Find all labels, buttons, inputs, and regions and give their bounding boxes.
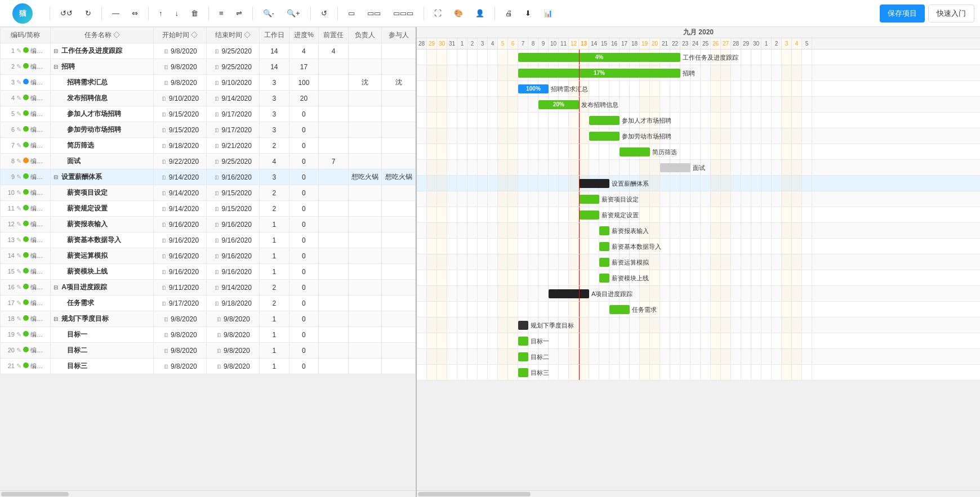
- line-button[interactable]: —: [108, 5, 124, 22]
- task-name-cell[interactable]: 薪资报表输入: [51, 217, 154, 232]
- gantt-bar[interactable]: [599, 226, 609, 235]
- col-header-name: 任务名称 ◇: [51, 28, 154, 43]
- gantt-bar[interactable]: [609, 305, 630, 314]
- expand-icon[interactable]: ⊟: [54, 316, 60, 323]
- excel-button[interactable]: 📊: [539, 5, 557, 22]
- task-name-cell[interactable]: 薪资模块上线: [51, 264, 154, 280]
- undo-button[interactable]: ↺↺: [56, 5, 77, 22]
- gantt-bar[interactable]: [589, 132, 620, 141]
- gantt-cell: [772, 144, 782, 160]
- gantt-scrollbar[interactable]: [417, 490, 980, 497]
- dash-button[interactable]: ⇔: [127, 5, 142, 22]
- task-name-cell[interactable]: 简历筛选: [51, 138, 154, 154]
- gantt-bar[interactable]: [620, 147, 650, 156]
- gantt-bar[interactable]: [599, 258, 609, 267]
- edit-icon[interactable]: ✎: [16, 284, 21, 290]
- gantt-bar[interactable]: [579, 179, 609, 188]
- edit-icon[interactable]: ✎: [16, 299, 21, 306]
- task-name-cell[interactable]: ⊟工作任务及进度跟踪: [51, 43, 154, 59]
- gantt-bar[interactable]: 20%: [538, 100, 579, 109]
- edit-icon[interactable]: ✎: [16, 79, 21, 86]
- gantt-bar[interactable]: [579, 211, 599, 220]
- layout3-button[interactable]: ▭▭▭: [389, 5, 418, 22]
- gantt-bar[interactable]: 4%: [518, 53, 680, 62]
- edit-icon[interactable]: ✎: [16, 189, 21, 196]
- gantt-cell: [579, 349, 589, 365]
- fullscreen-button[interactable]: ⛶: [430, 5, 446, 22]
- gantt-bar[interactable]: [518, 368, 528, 377]
- gantt-bar[interactable]: 17%: [518, 69, 680, 78]
- task-name-cell[interactable]: 薪资规定设置: [51, 201, 154, 217]
- expand-icon[interactable]: ⊟: [54, 48, 60, 55]
- gantt-bar[interactable]: [599, 242, 609, 251]
- edit-icon[interactable]: ✎: [16, 236, 21, 243]
- redo-button[interactable]: ↻: [81, 5, 96, 22]
- expand-icon[interactable]: ⊟: [54, 64, 60, 70]
- edit-icon[interactable]: ✎: [16, 126, 21, 133]
- gantt-bar[interactable]: [518, 321, 528, 330]
- down-button[interactable]: ↓: [171, 5, 184, 22]
- gantt-bar[interactable]: 100%: [518, 84, 549, 93]
- color-button[interactable]: 🎨: [449, 5, 467, 22]
- edit-icon[interactable]: ✎: [16, 142, 21, 149]
- layout2-button[interactable]: ▭▭: [363, 5, 385, 22]
- delete-button[interactable]: 🗑: [186, 5, 203, 22]
- gantt-bar[interactable]: [518, 337, 528, 346]
- task-name-cell[interactable]: 目标二: [51, 343, 154, 359]
- task-name-cell[interactable]: ⊟A项目进度跟踪: [51, 280, 154, 295]
- gantt-bar[interactable]: [599, 274, 609, 283]
- gantt-cell: [670, 207, 680, 223]
- align-left-button[interactable]: ≡: [215, 5, 228, 22]
- print-button[interactable]: 🖨: [501, 5, 517, 22]
- edit-icon[interactable]: ✎: [16, 158, 21, 164]
- gantt-bar[interactable]: [518, 352, 528, 361]
- task-name-cell[interactable]: 薪资运算模拟: [51, 248, 154, 264]
- zoom-in-button[interactable]: 🔍+: [282, 5, 305, 22]
- left-scrollbar[interactable]: [0, 490, 416, 497]
- task-name-cell[interactable]: 任务需求: [51, 295, 154, 311]
- task-name-cell[interactable]: 面试: [51, 154, 154, 169]
- gantt-bar[interactable]: [660, 163, 691, 172]
- task-name-cell[interactable]: 薪资项目设定: [51, 185, 154, 201]
- align-center-button[interactable]: ⇌: [231, 5, 247, 22]
- layout1-button[interactable]: ▭: [344, 5, 359, 22]
- expand-icon[interactable]: ⊟: [54, 174, 60, 181]
- expand-icon[interactable]: ⊟: [54, 284, 60, 291]
- edit-icon[interactable]: ✎: [16, 221, 21, 227]
- edit-icon[interactable]: ✎: [16, 110, 21, 117]
- edit-icon[interactable]: ✎: [16, 252, 21, 259]
- edit-icon[interactable]: ✎: [16, 315, 21, 322]
- gantt-bar[interactable]: [549, 289, 589, 298]
- edit-icon[interactable]: ✎: [16, 63, 21, 70]
- task-name-cell[interactable]: 参加劳动市场招聘: [51, 122, 154, 138]
- gantt-scrollbar-thumb[interactable]: [418, 492, 531, 496]
- user-button[interactable]: 👤: [471, 5, 489, 22]
- task-name-cell[interactable]: 参加人才市场招聘: [51, 106, 154, 122]
- edit-icon[interactable]: ✎: [16, 347, 21, 353]
- task-name-cell[interactable]: 招聘需求汇总: [51, 75, 154, 91]
- gantt-bar[interactable]: [589, 116, 620, 125]
- task-name-cell[interactable]: ⊟规划下季度目标: [51, 311, 154, 327]
- edit-icon[interactable]: ✎: [16, 47, 21, 54]
- export-button[interactable]: ⬇: [520, 5, 536, 22]
- gantt-cell: [792, 65, 802, 81]
- quickstart-button[interactable]: 快速入门: [928, 5, 974, 23]
- up-button[interactable]: ↑: [154, 5, 167, 22]
- task-name-cell[interactable]: 薪资基本数据导入: [51, 232, 154, 248]
- task-name-cell[interactable]: 发布招聘信息: [51, 91, 154, 106]
- task-name-cell[interactable]: 目标一: [51, 327, 154, 343]
- edit-icon[interactable]: ✎: [16, 331, 21, 338]
- task-name-cell[interactable]: 目标三: [51, 359, 154, 374]
- edit-icon[interactable]: ✎: [16, 205, 21, 212]
- edit-icon[interactable]: ✎: [16, 268, 21, 275]
- gantt-bar[interactable]: [579, 195, 599, 204]
- save-button[interactable]: 保存项目: [880, 5, 925, 23]
- edit-icon[interactable]: ✎: [16, 95, 21, 101]
- task-name-cell[interactable]: ⊟招聘: [51, 59, 154, 75]
- edit-icon[interactable]: ✎: [16, 173, 21, 180]
- zoom-out-button[interactable]: 🔍-: [259, 5, 279, 22]
- refresh-button[interactable]: ↺: [317, 5, 332, 22]
- task-name-cell[interactable]: ⊟设置薪酬体系: [51, 169, 154, 185]
- edit-icon[interactable]: ✎: [16, 362, 21, 369]
- left-scrollbar-thumb[interactable]: [1, 492, 69, 496]
